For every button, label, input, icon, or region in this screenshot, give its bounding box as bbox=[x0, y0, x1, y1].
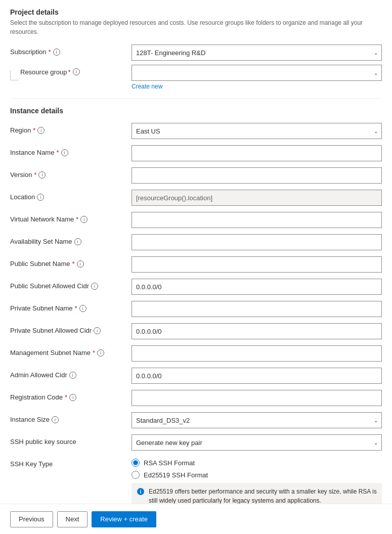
availability-set-name-row: Availability Set Name i bbox=[10, 234, 382, 250]
private-subnet-name-input[interactable] bbox=[132, 301, 382, 317]
private-subnet-name-row: Private Subnet Name * i bbox=[10, 301, 382, 317]
virtual-network-input[interactable] bbox=[132, 212, 382, 228]
management-subnet-name-control bbox=[132, 345, 382, 362]
registration-code-control bbox=[132, 390, 382, 406]
resource-group-info-icon[interactable]: i bbox=[73, 68, 80, 75]
public-subnet-name-info-icon[interactable]: i bbox=[77, 260, 84, 268]
virtual-network-info-icon[interactable]: i bbox=[80, 216, 88, 223]
version-info-icon[interactable]: i bbox=[38, 171, 46, 179]
registration-code-label: Registration Code * i bbox=[10, 390, 132, 401]
public-subnet-cidr-info-icon[interactable]: i bbox=[91, 283, 98, 290]
rsa-radio[interactable] bbox=[132, 459, 140, 467]
ssh-key-type-control: RSA SSH Format Ed25519 SSH Format i Ed25… bbox=[132, 457, 382, 509]
subscription-select[interactable]: 128T- Engineering R&D bbox=[132, 45, 382, 61]
management-subnet-name-input[interactable] bbox=[132, 345, 382, 362]
subscription-info-icon[interactable]: i bbox=[53, 49, 60, 56]
project-details-title: Project details bbox=[10, 8, 382, 16]
instance-size-control: Standard_DS3_v2 ⌄ bbox=[132, 412, 382, 428]
info-box-icon: i bbox=[137, 487, 145, 496]
ssh-key-source-select[interactable]: Generate new key pair bbox=[132, 434, 382, 451]
availability-set-control bbox=[132, 234, 382, 250]
public-subnet-name-control bbox=[132, 256, 382, 273]
instance-size-row: Instance Size i Standard_DS3_v2 ⌄ bbox=[10, 412, 382, 428]
admin-cidr-row: Admin Allowed Cidr i bbox=[10, 368, 382, 384]
location-input bbox=[132, 190, 382, 206]
public-subnet-cidr-input[interactable] bbox=[132, 279, 382, 295]
location-row: Location i bbox=[10, 190, 382, 206]
location-control bbox=[132, 190, 382, 206]
public-subnet-name-input[interactable] bbox=[132, 256, 382, 273]
create-new-link[interactable]: Create new bbox=[132, 83, 382, 90]
ssh-key-source-select-wrapper: Generate new key pair ⌄ bbox=[132, 434, 382, 451]
admin-cidr-control bbox=[132, 368, 382, 384]
availability-set-input[interactable] bbox=[132, 234, 382, 250]
project-details-desc: Select the subscription to manage deploy… bbox=[10, 18, 382, 36]
footer: Previous Next Review + create bbox=[0, 504, 392, 534]
management-subnet-name-label: Management Subnet Name * i bbox=[10, 345, 132, 357]
region-info-icon[interactable]: i bbox=[37, 127, 45, 134]
resource-group-control: ⌄ Create new bbox=[132, 65, 382, 90]
registration-code-input[interactable] bbox=[132, 390, 382, 406]
instance-size-select-wrapper: Standard_DS3_v2 ⌄ bbox=[132, 412, 382, 428]
review-create-button[interactable]: Review + create bbox=[92, 511, 156, 527]
ed25519-label: Ed25519 SSH Format bbox=[144, 471, 208, 479]
ssh-key-source-row: SSH public key source Generate new key p… bbox=[10, 434, 382, 451]
instance-size-info-icon[interactable]: i bbox=[52, 416, 59, 423]
public-subnet-cidr-row: Public Subnet Allowed Cidr i bbox=[10, 279, 382, 295]
region-select[interactable]: East US bbox=[132, 123, 382, 139]
ssh-key-source-label: SSH public key source bbox=[10, 434, 132, 446]
subscription-control: 128T- Engineering R&D ⌄ bbox=[132, 45, 382, 61]
admin-cidr-info-icon[interactable]: i bbox=[69, 372, 76, 379]
region-label: Region * i bbox=[10, 123, 132, 134]
location-info-icon[interactable]: i bbox=[37, 194, 44, 201]
instance-details-section: Instance details Region * i East US ⌄ bbox=[10, 107, 382, 531]
private-subnet-cidr-input[interactable] bbox=[132, 323, 382, 339]
resource-group-label-wrapper: Resource group * i bbox=[10, 65, 132, 80]
location-label: Location i bbox=[10, 190, 132, 201]
virtual-network-name-row: Virtual Network Name * i bbox=[10, 212, 382, 228]
previous-button[interactable]: Previous bbox=[10, 511, 53, 527]
indent-line bbox=[10, 70, 18, 80]
info-box-text: Ed25519 offers better performance and se… bbox=[149, 487, 377, 505]
next-button[interactable]: Next bbox=[57, 511, 88, 527]
region-row: Region * i East US ⌄ bbox=[10, 123, 382, 139]
availability-set-info-icon[interactable]: i bbox=[74, 238, 81, 245]
subscription-select-wrapper: 128T- Engineering R&D ⌄ bbox=[132, 45, 382, 61]
ed25519-option[interactable]: Ed25519 SSH Format bbox=[132, 471, 382, 479]
instance-size-select[interactable]: Standard_DS3_v2 bbox=[132, 412, 382, 428]
ssh-key-type-row: SSH Key Type RSA SSH Format Ed25519 SSH … bbox=[10, 457, 382, 509]
availability-set-name-label: Availability Set Name i bbox=[10, 234, 132, 245]
admin-cidr-input[interactable] bbox=[132, 368, 382, 384]
virtual-network-control bbox=[132, 212, 382, 228]
instance-name-control bbox=[132, 145, 382, 161]
resource-group-select-wrapper: ⌄ bbox=[132, 65, 382, 81]
ssh-key-type-label: SSH Key Type bbox=[10, 457, 132, 468]
rsa-option[interactable]: RSA SSH Format bbox=[132, 459, 382, 467]
resource-group-row: Resource group * i ⌄ Create new bbox=[10, 65, 382, 90]
instance-name-input[interactable] bbox=[132, 145, 382, 161]
private-subnet-cidr-control bbox=[132, 323, 382, 339]
version-row: Version * i bbox=[10, 167, 382, 184]
region-control: East US ⌄ bbox=[132, 123, 382, 139]
resource-group-select[interactable] bbox=[132, 65, 382, 81]
private-subnet-cidr-row: Private Subnet Allowed Cidr i bbox=[10, 323, 382, 339]
registration-code-info-icon[interactable]: i bbox=[69, 394, 76, 401]
ed25519-radio[interactable] bbox=[132, 471, 140, 479]
version-control bbox=[132, 167, 382, 184]
management-subnet-name-info-icon[interactable]: i bbox=[97, 349, 104, 357]
virtual-network-name-label: Virtual Network Name * i bbox=[10, 212, 132, 223]
public-subnet-cidr-control bbox=[132, 279, 382, 295]
project-details-section: Project details Select the subscription … bbox=[10, 8, 382, 90]
ssh-key-source-control: Generate new key pair ⌄ bbox=[132, 434, 382, 451]
version-label: Version * i bbox=[10, 167, 132, 179]
divider-1 bbox=[10, 98, 382, 99]
svg-text:i: i bbox=[140, 489, 142, 495]
private-subnet-name-info-icon[interactable]: i bbox=[79, 305, 86, 312]
private-subnet-cidr-info-icon[interactable]: i bbox=[94, 327, 101, 334]
subscription-label: Subscription * i bbox=[10, 45, 132, 56]
version-input[interactable] bbox=[132, 167, 382, 184]
instance-name-info-icon[interactable]: i bbox=[61, 149, 68, 156]
management-subnet-name-row: Management Subnet Name * i bbox=[10, 345, 382, 362]
region-select-wrapper: East US ⌄ bbox=[132, 123, 382, 139]
instance-name-row: Instance Name * i bbox=[10, 145, 382, 161]
